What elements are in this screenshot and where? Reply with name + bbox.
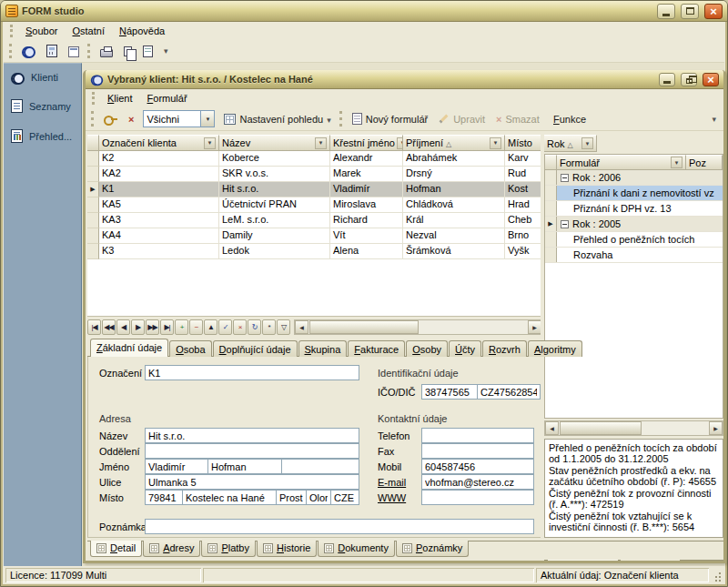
form-row[interactable]: Rozvaha [545, 248, 723, 263]
column-header-nazev[interactable]: Název [219, 135, 330, 151]
delete-button[interactable]: × Smazat [490, 109, 545, 128]
client-toolbar-group-handle[interactable] [339, 111, 344, 127]
tab-fakturace[interactable]: Fakturace [348, 340, 405, 357]
column-header-oznaceni-klienta[interactable]: Označení klienta [99, 135, 219, 151]
column-header-poz[interactable]: Poz [686, 155, 723, 170]
tab-adresy[interactable]: Adresy [143, 541, 200, 557]
column-filter-icon[interactable] [671, 157, 682, 168]
tab-form-historie[interactable]: Historie [620, 560, 681, 561]
nav-last-button[interactable]: ▶| [160, 319, 174, 335]
mobil-field[interactable] [421, 459, 534, 474]
ico-field[interactable] [421, 384, 478, 400]
client-restore-button[interactable] [681, 73, 697, 86]
tab-detail[interactable]: Detail [90, 541, 142, 557]
nav-bookmark-button[interactable]: * [262, 319, 276, 335]
group-row-2006[interactable]: Rok : 2006 [545, 170, 723, 186]
email-link-label[interactable]: E-mail [378, 477, 406, 488]
okres-field[interactable] [276, 490, 307, 505]
client-toolbar-handle[interactable] [91, 111, 96, 127]
view-filter-input[interactable] [144, 111, 200, 127]
resize-grip[interactable] [711, 568, 723, 582]
column-filter-icon[interactable] [397, 137, 403, 149]
view-settings-button[interactable]: Nastavení pohledu [218, 109, 336, 128]
client-toolbar-overflow-chevron[interactable] [706, 109, 722, 128]
tab-rozvrh[interactable]: Rozvrh [482, 340, 527, 357]
menu-soubor[interactable]: Soubor [19, 23, 64, 39]
collapse-icon[interactable] [561, 174, 569, 182]
column-header-krestni-jmeno[interactable]: Křestní jméno [330, 135, 403, 151]
tab-ucty[interactable]: Účty [449, 340, 481, 357]
menu-klient[interactable]: Klient [101, 90, 139, 106]
form-row-selected[interactable]: Přiznání k dani z nemovitostí vz [545, 186, 723, 201]
toolbar-copy-button[interactable] [118, 42, 137, 61]
tab-osoba[interactable]: Osoba [169, 340, 211, 357]
column-header-formular[interactable]: Formulář [557, 155, 686, 170]
nav-edit-button[interactable]: ▲ [204, 319, 217, 335]
psc-field[interactable] [145, 490, 183, 505]
nav-next-button[interactable]: ▶ [131, 319, 145, 335]
column-filter-icon[interactable] [490, 137, 501, 149]
titul-field[interactable] [281, 459, 359, 474]
menu-ostatni[interactable]: Ostatní [66, 23, 110, 39]
maximize-button[interactable] [681, 4, 699, 19]
edit-button[interactable]: Upravit [433, 109, 490, 128]
toolbar-export-button[interactable] [137, 42, 158, 61]
prijmeni-field[interactable] [207, 459, 282, 474]
table-row[interactable]: KA3 LeM. s.r.o. Richard Král Cheb [87, 213, 542, 228]
tab-historie[interactable]: Historie [257, 541, 317, 557]
tab-algoritmy[interactable]: Algoritmy [528, 340, 582, 357]
dic-field[interactable] [477, 384, 541, 400]
poznamka-field[interactable] [145, 519, 534, 534]
functions-button[interactable]: Funkce [548, 109, 592, 128]
scrollbar-thumb[interactable] [309, 320, 419, 334]
tab-skupina[interactable]: Skupina [298, 340, 348, 357]
toolbar-clients-button[interactable] [16, 42, 41, 61]
combo-dropdown-icon[interactable] [200, 111, 214, 127]
jmeno-field[interactable] [145, 459, 208, 474]
scroll-right-icon[interactable] [709, 421, 723, 435]
toolbar-calculator-button[interactable] [41, 42, 63, 61]
nav-post-button[interactable]: ✓ [218, 319, 232, 335]
table-row[interactable]: KA5 Účetnictví PRAN Miroslava Chládková … [87, 197, 542, 213]
close-button[interactable] [704, 4, 723, 19]
column-header-misto[interactable]: Místo [505, 135, 542, 151]
toolbar-forms-button[interactable] [63, 42, 85, 61]
scroll-left-icon[interactable] [295, 320, 308, 334]
group-row-2005[interactable]: Rok : 2005 [545, 217, 723, 232]
tab-platby[interactable]: Platby [201, 541, 256, 557]
menu-napoveda[interactable]: Nápověda [113, 23, 171, 39]
scro ll-right-icon[interactable] [528, 320, 541, 334]
tab-zakladni-udaje[interactable]: Základní údaje [90, 339, 168, 357]
tab-doplnujici-udaje[interactable]: Doplňující údaje [213, 340, 298, 357]
tab-dokumenty[interactable]: Dokumenty [318, 541, 395, 557]
nav-delete-button[interactable]: − [189, 319, 203, 335]
sidebar-item-prehled[interactable]: Přehled... [4, 121, 81, 151]
fax-field[interactable] [421, 443, 534, 459]
oddeleni-field[interactable] [145, 443, 359, 459]
www-field[interactable] [421, 490, 534, 505]
tab-informace[interactable]: Informace [547, 560, 619, 561]
telefon-field[interactable] [421, 428, 534, 443]
table-row-selected[interactable]: K1 Hit s.r.o. Vladimír Hofman Kost [87, 182, 542, 197]
tab-osoby[interactable]: Osoby [406, 340, 448, 357]
tab-poznamky[interactable]: Poznámky [396, 541, 469, 557]
menubar-drag-handle[interactable] [10, 25, 15, 37]
sidebar-item-seznamy[interactable]: Seznamy [4, 91, 81, 121]
form-row[interactable]: Přiznání k DPH vz. 13 [545, 201, 723, 217]
key-button[interactable] [98, 109, 123, 128]
column-header-prijmeni[interactable]: Příjmení [403, 135, 505, 151]
ulice-field[interactable] [145, 474, 359, 490]
client-close-button[interactable] [703, 73, 719, 86]
stat-field[interactable] [330, 490, 359, 505]
nav-prior-button[interactable]: ◀ [116, 319, 130, 335]
new-form-button[interactable]: Nový formulář [347, 109, 433, 128]
nav-first-button[interactable]: |◀ [87, 319, 101, 335]
nav-insert-button[interactable]: + [175, 319, 188, 335]
nav-cancel-button[interactable]: × [233, 319, 247, 335]
table-row[interactable]: K2 Koberce Alexandr Abrahámek Karv [87, 151, 542, 167]
clear-filter-button[interactable]: × [123, 109, 139, 128]
nav-next-page-button[interactable]: ▶▶ [146, 319, 159, 335]
grid-horizontal-scrollbar[interactable] [294, 319, 542, 335]
scroll-left-icon[interactable] [545, 421, 559, 435]
group-by-year-button[interactable]: Rok [544, 135, 597, 152]
